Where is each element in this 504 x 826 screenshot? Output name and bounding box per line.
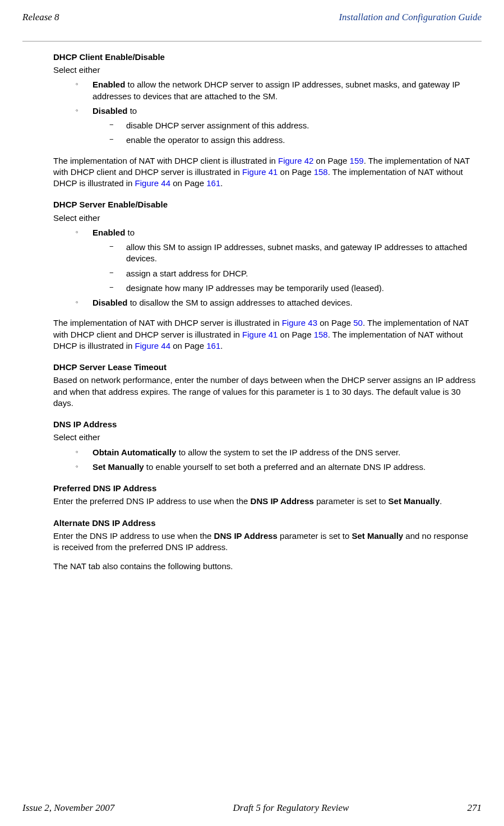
header-title: Installation and Configuration Guide [339, 11, 482, 24]
link-figure-44b[interactable]: Figure 44 [135, 341, 170, 350]
s6-para: Enter the DNS IP address to use when the… [53, 530, 476, 553]
link-figure-43[interactable]: Figure 43 [282, 318, 317, 327]
page-header: Release 8 Installation and Configuration… [22, 11, 482, 24]
s3-para: Based on network performance, enter the … [53, 375, 476, 409]
footer-draft: Draft 5 for Regulatory Review [233, 802, 349, 815]
s1-list: Enabled to allow the network DHCP server… [53, 79, 476, 146]
footer-issue: Issue 2, November 2007 [22, 802, 114, 815]
link-figure-44a[interactable]: Figure 44 [135, 178, 170, 188]
s4-item1-text: to allow the system to set the IP addres… [176, 447, 400, 457]
s2-item2-text: to disallow the SM to assign addresses t… [128, 298, 353, 307]
s1-heading: DHCP Client Enable/Disable [53, 52, 476, 63]
s2-sub1: allow this SM to assign IP addresses, su… [109, 242, 476, 265]
link-figure-41a[interactable]: Figure 41 [242, 167, 278, 177]
link-figure-42[interactable]: Figure 42 [278, 156, 313, 165]
s2-item2-bold: Disabled [93, 298, 128, 307]
s1-item2-text: to [128, 106, 137, 116]
s4-list: Obtain Automatically to allow the system… [53, 447, 476, 473]
s2-item-enabled: Enabled to allow this SM to assign IP ad… [76, 227, 476, 294]
s6-heading: Alternate DNS IP Address [53, 518, 476, 529]
s2-para: The implementation of NAT with DHCP serv… [53, 317, 476, 352]
s4-item1-bold: Obtain Automatically [93, 447, 176, 457]
s4-intro: Select either [53, 432, 476, 443]
s1-sublist: disable DHCP server assignment of this a… [93, 120, 476, 146]
s4-heading: DNS IP Address [53, 419, 476, 430]
s6-final: The NAT tab also contains the following … [53, 561, 476, 572]
s1-para: The implementation of NAT with DHCP clie… [53, 155, 476, 190]
s2-sub3: designate how many IP addresses may be t… [109, 283, 476, 294]
s1-item1-bold: Enabled [93, 80, 125, 89]
s2-item1-bold: Enabled [93, 228, 125, 237]
link-page-159[interactable]: 159 [350, 156, 364, 165]
s1-sub2: enable the operator to assign this addre… [109, 135, 476, 146]
footer-page-number: 271 [468, 802, 482, 815]
link-page-50[interactable]: 50 [353, 318, 363, 327]
s2-intro: Select either [53, 213, 476, 224]
s1-intro: Select either [53, 64, 476, 76]
link-figure-41b[interactable]: Figure 41 [242, 330, 278, 339]
s2-sub2: assign a start address for DHCP. [109, 268, 476, 279]
s2-list: Enabled to allow this SM to assign IP ad… [53, 227, 476, 309]
page-footer: Issue 2, November 2007 Draft 5 for Regul… [22, 802, 482, 815]
s4-item-manual: Set Manually to enable yourself to set b… [76, 462, 476, 473]
s2-heading: DHCP Server Enable/Disable [53, 199, 476, 210]
link-page-158a[interactable]: 158 [314, 167, 328, 177]
s5-heading: Preferred DNS IP Address [53, 483, 476, 494]
s1-item2-bold: Disabled [93, 106, 128, 116]
s1-sub1: disable DHCP server assignment of this a… [109, 120, 476, 131]
s1-item-enabled: Enabled to allow the network DHCP server… [76, 79, 476, 102]
s2-item-disabled: Disabled to disallow the SM to assign ad… [76, 297, 476, 308]
s2-sublist: allow this SM to assign IP addresses, su… [93, 242, 476, 294]
header-release: Release 8 [22, 11, 59, 24]
s1-item1-text: to allow the network DHCP server to assi… [93, 80, 460, 100]
content-body: DHCP Client Enable/Disable Select either… [53, 52, 476, 573]
s5-para: Enter the preferred DNS IP address to us… [53, 496, 476, 507]
header-rule [22, 41, 482, 41]
link-page-161b[interactable]: 161 [206, 341, 220, 350]
s4-item2-bold: Set Manually [93, 462, 144, 472]
s2-item1-text: to [125, 228, 135, 237]
link-page-161a[interactable]: 161 [206, 178, 220, 188]
s4-item-auto: Obtain Automatically to allow the system… [76, 447, 476, 458]
link-page-158b[interactable]: 158 [314, 330, 328, 339]
s1-item-disabled: Disabled to disable DHCP server assignme… [76, 105, 476, 146]
s3-heading: DHCP Server Lease Timeout [53, 362, 476, 373]
s4-item2-text: to enable yourself to set both a preferr… [144, 462, 426, 472]
